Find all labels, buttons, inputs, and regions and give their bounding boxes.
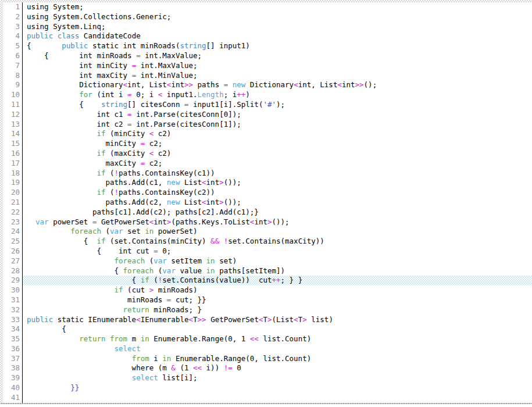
- code-line-text[interactable]: from i in Enumerable.Range(0, list.Count…: [23, 354, 532, 364]
- code-line: 31 minRoads = cut; }}: [3, 295, 532, 305]
- code-token-kg: in: [206, 266, 215, 275]
- code-token-op: >: [219, 178, 224, 187]
- code-token-plain: paths: [193, 80, 224, 89]
- line-number: 25: [3, 237, 23, 247]
- code-token-plain: paths.ContainsKey(c2)): [119, 188, 215, 197]
- code-line: 8 int maxCity = int.MinValue;: [3, 71, 532, 81]
- line-number: 14: [3, 129, 23, 139]
- code-line-text[interactable]: minRoads = cut; }}: [23, 295, 532, 305]
- code-token-plain: 0; i: [132, 90, 158, 99]
- code-line-text[interactable]: { int minRoads = int.MaxValue;: [23, 51, 532, 61]
- code-token-kb: public: [62, 41, 88, 50]
- code-token-op: >: [267, 315, 272, 324]
- code-line-text[interactable]: return from m in Enumerable.Range(0, 1 <…: [23, 334, 532, 344]
- code-line-text[interactable]: if (cut > minRoads): [23, 285, 532, 295]
- code-token-plain: {: [27, 276, 141, 284]
- code-line: 35 return from m in Enumerable.Range(0, …: [3, 334, 532, 344]
- line-number: 36: [3, 344, 23, 354]
- code-line-text[interactable]: using System.Collections.Generic;: [23, 12, 532, 22]
- code-line-text[interactable]: { if (set.Contains(minCity) && !set.Cont…: [23, 237, 532, 247]
- code-lines: 1using System;2using System.Collections.…: [3, 2, 532, 403]
- code-token-plain: [27, 285, 115, 294]
- code-line-text[interactable]: if (maxCity < c2): [23, 149, 532, 159]
- code-token-plain: (maxCity: [105, 149, 149, 158]
- code-token-plain: c2;: [145, 139, 162, 148]
- code-line-text[interactable]: }}: [23, 383, 532, 393]
- code-token-plain: using System.Linq;: [27, 22, 105, 31]
- code-token-plain: i: [149, 354, 163, 363]
- code-token-op: =: [127, 110, 132, 119]
- code-token-plain: c2): [153, 129, 171, 138]
- code-line-text[interactable]: select: [23, 344, 532, 354]
- code-line-text[interactable]: maxCity = c2;: [23, 159, 532, 169]
- code-token-kg: if: [97, 188, 105, 197]
- code-line-text[interactable]: using System.Linq;: [23, 22, 532, 32]
- code-token-plain: [27, 217, 35, 226]
- code-token-kb: class: [58, 31, 80, 40]
- code-line-text[interactable]: int c1 = int.Parse(citesConn[0]);: [23, 110, 532, 120]
- code-line: 18 if (!paths.ContainsKey(c1)): [3, 169, 532, 178]
- code-line-text[interactable]: minCity = c2;: [23, 139, 532, 149]
- code-token-plain: using System.Collections.Generic;: [27, 12, 171, 21]
- code-token-plain: {: [27, 100, 101, 109]
- code-line-text[interactable]: {: [23, 324, 532, 334]
- code-token-op: <: [136, 315, 141, 324]
- code-token-plain: (: [153, 266, 162, 275]
- code-line-text[interactable]: { foreach (var value in paths[setItem]): [23, 266, 532, 276]
- code-token-plain: GetPowerSet: [206, 315, 259, 324]
- code-token-plain: {: [27, 266, 123, 275]
- code-token-plain: int: [254, 217, 267, 226]
- code-line: 3using System.Linq;: [3, 22, 532, 32]
- code-line-text[interactable]: var powerSet = GetPowerSet<int>(paths.Ke…: [23, 217, 532, 227]
- code-line: 19 paths.Add(c1, new List<int>());: [3, 178, 532, 188]
- code-line-text[interactable]: { public static int minRoads(string[] in…: [23, 41, 532, 51]
- code-token-kc: new: [167, 178, 180, 187]
- code-token-kg: in: [206, 256, 215, 265]
- code-line-text[interactable]: [23, 393, 532, 403]
- code-token-plain: int.MaxValue;: [141, 51, 202, 60]
- code-token-plain: int: [206, 178, 220, 187]
- code-line-text[interactable]: paths[c1].Add(c2); paths[c2].Add(c1);}: [23, 208, 532, 217]
- code-line-text[interactable]: if (!paths.ContainsKey(c1)): [23, 169, 532, 178]
- code-token-plain: i)): [202, 363, 224, 372]
- code-line-text[interactable]: foreach (var setItem in set): [23, 256, 532, 266]
- code-token-plain: GetPowerSet: [97, 217, 149, 226]
- code-token-plain: maxCity: [27, 159, 141, 167]
- code-line-text[interactable]: for (int i = 0; i < input1.Length; i++): [23, 90, 532, 100]
- code-token-kg: if: [141, 276, 149, 284]
- code-token-plain: int: [342, 80, 355, 89]
- line-number: 39: [3, 373, 23, 383]
- code-token-op: !=: [224, 363, 233, 372]
- line-number: 6: [3, 51, 23, 61]
- line-number: 18: [3, 169, 23, 178]
- code-token-plain: CandidateCode: [79, 31, 140, 40]
- code-token-op: >: [219, 198, 224, 206]
- code-token-plain: set.Contains(value)) cut: [162, 276, 272, 284]
- line-number: 17: [3, 159, 23, 169]
- code-line-text[interactable]: if (!paths.ContainsKey(c2)): [23, 188, 532, 198]
- code-line-text[interactable]: return minRoads; }: [23, 305, 532, 315]
- code-line-text[interactable]: Dictionary<int, List<int>> paths = new D…: [23, 80, 532, 90]
- code-line: 24 foreach (var set in powerSet): [3, 227, 532, 237]
- code-line-text[interactable]: paths.Add(c1, new List<int>());: [23, 178, 532, 188]
- code-line-text[interactable]: if (minCity < c2): [23, 129, 532, 139]
- code-line-text[interactable]: int c2 = int.Parse(citesConn[1]);: [23, 120, 532, 130]
- code-token-plain: set: [123, 227, 145, 235]
- code-token-kg: in: [141, 334, 149, 343]
- code-token-kb: string: [180, 41, 206, 50]
- line-number: 2: [3, 12, 23, 22]
- code-line-text[interactable]: public static IEnumerable<IEnumerable<T>…: [23, 315, 532, 325]
- code-token-plain: int maxCity: [27, 71, 132, 80]
- code-line-text[interactable]: using System;: [23, 2, 532, 12]
- code-line-text[interactable]: int minCity = int.MaxValue;: [23, 61, 532, 71]
- code-line-text[interactable]: public class CandidateCode: [23, 31, 532, 41]
- code-line-text[interactable]: paths.Add(c2, new List<int>());: [23, 198, 532, 208]
- code-line-text[interactable]: select list[i];: [23, 373, 532, 383]
- code-token-op: <: [294, 80, 298, 89]
- code-line-text[interactable]: { int cut = 0;: [23, 247, 532, 256]
- code-line-text[interactable]: foreach (var set in powerSet): [23, 227, 532, 237]
- code-line-text[interactable]: where (m & (1 << i)) != 0: [23, 363, 532, 373]
- code-line-text[interactable]: { if (!set.Contains(value)) cut++; } }: [23, 276, 532, 285]
- code-line-text[interactable]: int maxCity = int.MinValue;: [23, 71, 532, 81]
- code-line-text[interactable]: { string[] citesConn = input1[i].Split('…: [23, 100, 532, 110]
